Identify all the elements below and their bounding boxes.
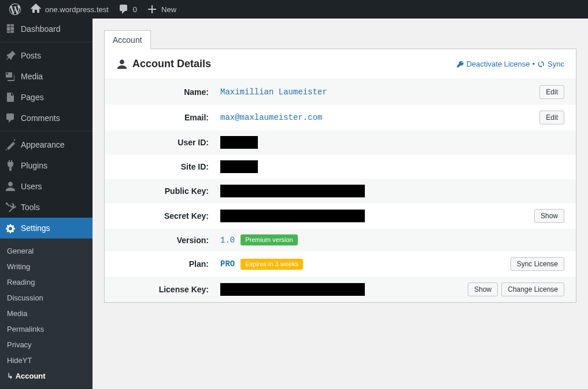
row-license-key: License Key: Show Change License bbox=[105, 277, 576, 302]
menu-comments[interactable]: Comments bbox=[0, 108, 93, 129]
edit-name-button[interactable]: Edit bbox=[539, 85, 564, 99]
admin-sidebar: Dashboard Posts Media Pages Comments App… bbox=[0, 19, 93, 389]
sync-license-button[interactable]: Sync License bbox=[511, 257, 564, 271]
edit-email-button[interactable]: Edit bbox=[539, 111, 564, 124]
row-email: Email: max@maxlaumeister.com Edit bbox=[105, 105, 576, 130]
pages-icon bbox=[5, 91, 16, 103]
dashboard-icon bbox=[5, 23, 16, 35]
submenu-writing[interactable]: Writing bbox=[0, 259, 93, 274]
row-user-id: User ID: bbox=[105, 130, 576, 155]
media-icon bbox=[5, 71, 16, 82]
new-label: New bbox=[161, 5, 176, 14]
value-name[interactable]: Maximillian Laumeister bbox=[220, 87, 327, 97]
site-name: one.wordpress.test bbox=[45, 5, 109, 14]
label-public-key: Public Key: bbox=[116, 186, 220, 196]
menu-dashboard[interactable]: Dashboard bbox=[0, 19, 93, 39]
value-version: 1.0 bbox=[220, 236, 235, 245]
wordpress-icon bbox=[9, 3, 21, 15]
sync-icon bbox=[537, 60, 545, 68]
wp-logo-menu[interactable] bbox=[5, 0, 25, 19]
row-secret-key: Secret Key: Show bbox=[105, 203, 576, 229]
panel-title-text: Account Details bbox=[132, 58, 211, 70]
show-secret-key-button[interactable]: Show bbox=[534, 209, 564, 223]
row-version: Version: 1.0 Premium version bbox=[105, 229, 576, 251]
appearance-icon bbox=[5, 139, 16, 151]
menu-pages[interactable]: Pages bbox=[0, 87, 93, 108]
row-site-id: Site ID: bbox=[105, 155, 576, 179]
value-secret-key-redacted bbox=[220, 210, 365, 222]
new-content-menu[interactable]: New bbox=[142, 0, 181, 19]
label-license-key: License Key: bbox=[116, 285, 220, 294]
label-secret-key: Secret Key: bbox=[116, 211, 220, 221]
account-panel: Account Details Deactivate License • Syn… bbox=[104, 49, 576, 303]
submenu-discussion[interactable]: Discussion bbox=[0, 290, 93, 306]
tab-account[interactable]: Account bbox=[104, 30, 151, 49]
submenu-privacy[interactable]: Privacy bbox=[0, 337, 93, 353]
submenu-reading[interactable]: Reading bbox=[0, 274, 93, 290]
comments-menu[interactable]: 0 bbox=[113, 0, 142, 19]
value-email[interactable]: max@maxlaumeister.com bbox=[220, 113, 322, 122]
value-public-key-redacted bbox=[220, 185, 365, 197]
plus-icon bbox=[146, 3, 158, 15]
settings-submenu: General Writing Reading Discussion Media… bbox=[0, 238, 93, 388]
submenu-permalinks[interactable]: Permalinks bbox=[0, 321, 93, 337]
home-icon bbox=[30, 3, 42, 15]
user-icon bbox=[116, 58, 128, 70]
menu-posts[interactable]: Posts bbox=[0, 45, 93, 66]
value-site-id-redacted bbox=[220, 160, 258, 173]
submenu-account[interactable]: ↳ Account bbox=[0, 368, 93, 384]
label-email: Email: bbox=[116, 113, 220, 122]
panel-header: Account Details Deactivate License • Syn… bbox=[105, 49, 576, 79]
menu-media[interactable]: Media bbox=[0, 66, 93, 87]
menu-appearance[interactable]: Appearance bbox=[0, 134, 93, 155]
comments-icon bbox=[5, 112, 16, 124]
show-license-key-button[interactable]: Show bbox=[468, 282, 498, 296]
row-name: Name: Maximillian Laumeister Edit bbox=[105, 79, 576, 105]
key-icon bbox=[456, 60, 464, 68]
row-plan: Plan: PRO Expires in 3 weeks Sync Licens… bbox=[105, 251, 576, 277]
admin-bar: one.wordpress.test 0 New bbox=[0, 0, 588, 19]
comment-icon bbox=[118, 3, 130, 15]
badge-expiry: Expires in 3 weeks bbox=[241, 259, 303, 270]
site-name-menu[interactable]: one.wordpress.test bbox=[25, 0, 113, 19]
tools-icon bbox=[5, 201, 16, 213]
badge-premium: Premium version bbox=[241, 234, 298, 245]
submenu-general[interactable]: General bbox=[0, 243, 93, 259]
menu-settings[interactable]: Settings bbox=[0, 218, 93, 238]
content-area: Account Account Details Deactivate Licen… bbox=[93, 19, 588, 389]
change-license-button[interactable]: Change License bbox=[501, 282, 564, 296]
row-public-key: Public Key: bbox=[105, 179, 576, 203]
label-version: Version: bbox=[116, 236, 220, 245]
submenu-media[interactable]: Media bbox=[0, 306, 93, 321]
plugins-icon bbox=[5, 160, 16, 171]
label-user-id: User ID: bbox=[116, 138, 220, 147]
menu-plugins[interactable]: Plugins bbox=[0, 155, 93, 176]
submenu-hideyt[interactable]: HideYT bbox=[0, 353, 93, 368]
users-icon bbox=[5, 181, 16, 192]
value-plan: PRO bbox=[220, 259, 235, 269]
label-plan: Plan: bbox=[116, 259, 220, 269]
sync-link[interactable]: Sync bbox=[537, 60, 564, 68]
menu-tools[interactable]: Tools bbox=[0, 197, 93, 218]
deactivate-license-link[interactable]: Deactivate License bbox=[456, 60, 530, 68]
label-name: Name: bbox=[116, 87, 220, 97]
settings-icon bbox=[5, 222, 16, 234]
label-site-id: Site ID: bbox=[116, 162, 220, 171]
pushpin-icon bbox=[5, 50, 16, 61]
comments-count: 0 bbox=[133, 5, 137, 14]
value-user-id-redacted bbox=[220, 136, 258, 149]
menu-users[interactable]: Users bbox=[0, 176, 93, 197]
value-license-key-redacted bbox=[220, 283, 365, 296]
